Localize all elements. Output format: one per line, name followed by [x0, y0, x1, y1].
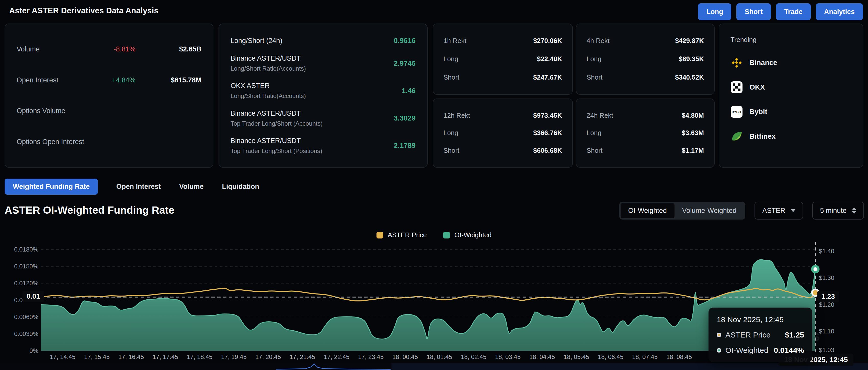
crosshair-right-value: 1.23: [817, 291, 839, 303]
right-axis-tick: $1.10: [819, 328, 857, 335]
left-axis-tick: 0.0150%: [0, 262, 38, 270]
tooltip-series-name: ASTER Price: [725, 331, 785, 339]
left-axis-tick: 0.0120%: [0, 279, 38, 287]
tooltip-title: 18 Nov 2025, 12:45: [717, 315, 804, 324]
tooltip-rows: ASTER Price$1.25OI-Weighted0.0144%: [717, 331, 804, 354]
left-axis-tick: 0.0030%: [0, 330, 38, 338]
tooltip-series-dot: [717, 348, 721, 352]
left-axis-tick: 0.0060%: [0, 313, 38, 321]
right-axis-tick: $1.03: [819, 346, 857, 354]
watermark-fragment: S: [812, 331, 820, 343]
tooltip-series-value: 0.0144%: [774, 346, 804, 354]
tooltip-series-name: OI-Weighted: [725, 346, 774, 354]
crosshair-left-value: 0.01: [23, 291, 44, 302]
x-axis-tick: 18, 08:45: [659, 353, 700, 361]
tooltip-row: OI-Weighted0.0144%: [717, 346, 804, 354]
tooltip-series-value: $1.25: [785, 331, 804, 339]
tooltip-series-dot: [717, 333, 721, 337]
tooltip-row: ASTER Price$1.25: [717, 331, 804, 339]
left-axis-tick: 0.0180%: [0, 246, 38, 253]
chart-tooltip: 18 Nov 2025, 12:45 ASTER Price$1.25OI-We…: [709, 308, 812, 362]
right-axis-tick: $1.30: [819, 274, 857, 282]
right-axis-tick: $1.40: [819, 248, 857, 255]
left-axis-tick: 0%: [0, 347, 38, 354]
